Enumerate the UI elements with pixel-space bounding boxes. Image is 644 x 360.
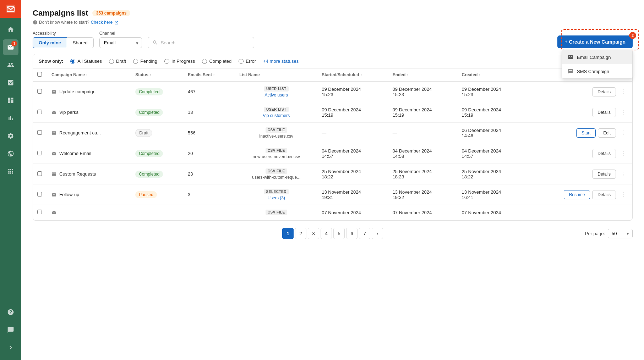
sidebar-expand-button[interactable] bbox=[3, 340, 18, 355]
sidebar-item-home[interactable] bbox=[3, 22, 18, 37]
actions-cell-wrapper: Details⋮ bbox=[526, 102, 632, 123]
created-cell: 06 December 2024 14:46 bbox=[458, 123, 527, 143]
page-btn-2[interactable]: 2 bbox=[295, 228, 306, 239]
row-checkbox[interactable] bbox=[37, 89, 42, 94]
status-completed[interactable]: Completed bbox=[202, 59, 231, 64]
table-row: CSV FILE 07 November 2024 07 November 20… bbox=[33, 205, 632, 220]
action-details-btn[interactable]: Details bbox=[592, 190, 616, 199]
page-btn-7[interactable]: 7 bbox=[359, 228, 370, 239]
per-page-area: Per page: 10 25 50 100 bbox=[585, 229, 633, 238]
page-btn-3[interactable]: 3 bbox=[308, 228, 319, 239]
action-details-btn[interactable]: Details bbox=[592, 149, 616, 158]
row-checkbox[interactable] bbox=[37, 210, 42, 214]
campaign-name-cell: Follow-up bbox=[47, 184, 131, 205]
channel-select[interactable]: Email SMS Push WhatsApp bbox=[99, 37, 142, 48]
more-actions-btn[interactable]: ⋮ bbox=[618, 87, 628, 96]
action-details-btn[interactable]: Details bbox=[592, 170, 616, 179]
status-in-progress[interactable]: In Progress bbox=[164, 59, 195, 64]
row-checkbox[interactable] bbox=[37, 171, 42, 176]
status-pending[interactable]: Pending bbox=[133, 59, 157, 64]
channel-filter: Channel Email SMS Push WhatsApp bbox=[99, 31, 142, 48]
email-icon bbox=[568, 54, 573, 60]
campaigns-table-wrapper: Show only: All Statuses Draft Pending In… bbox=[33, 54, 633, 221]
app-logo[interactable] bbox=[0, 0, 21, 18]
sidebar-item-settings[interactable] bbox=[3, 128, 18, 144]
col-status[interactable]: Status ↕ bbox=[131, 68, 184, 82]
actions-cell: Details⋮ bbox=[531, 107, 628, 117]
campaign-name-cell: Vip perks bbox=[47, 102, 131, 123]
started-cell: 09 December 2024 15:19 bbox=[317, 102, 388, 123]
status-error[interactable]: Error bbox=[239, 59, 256, 64]
email-campaign-option[interactable]: Email Campaign bbox=[562, 50, 632, 64]
sidebar-item-chat[interactable] bbox=[3, 322, 18, 338]
more-actions-btn[interactable]: ⋮ bbox=[618, 107, 628, 117]
table-row: Vip perks Completed 13 USER LISTVip cust… bbox=[33, 102, 632, 123]
more-actions-btn[interactable]: ⋮ bbox=[618, 190, 628, 199]
sidebar-item-campaigns[interactable]: 1 bbox=[3, 39, 18, 55]
list-name-cell: CSV FILEusers-with-cutom-reque... bbox=[235, 164, 317, 184]
more-actions-btn[interactable]: ⋮ bbox=[618, 149, 628, 158]
sidebar-item-help[interactable] bbox=[3, 304, 18, 320]
campaign-name-cell: Reengagement ca... bbox=[47, 123, 131, 143]
table-row: Follow-up Paused 3 SELECTEDUsers (3) 13 … bbox=[33, 184, 632, 205]
accessibility-shared[interactable]: Shared bbox=[67, 37, 94, 48]
row-checkbox[interactable] bbox=[37, 130, 42, 135]
status-all[interactable]: All Statuses bbox=[70, 59, 102, 64]
select-all-checkbox[interactable] bbox=[37, 72, 42, 77]
accessibility-buttons: Only mine Shared bbox=[33, 37, 94, 48]
col-started[interactable]: Started/Scheduled ↕ bbox=[317, 68, 388, 82]
email-type-icon bbox=[51, 151, 56, 156]
sidebar-item-tasks[interactable] bbox=[3, 75, 18, 90]
page-btn-next[interactable]: › bbox=[372, 228, 383, 239]
row-checkbox[interactable] bbox=[37, 151, 42, 155]
sidebar-item-contacts[interactable] bbox=[3, 57, 18, 73]
list-name-link[interactable]: Users (3) bbox=[268, 195, 285, 200]
more-statuses-link[interactable]: +4 more statuses bbox=[263, 59, 299, 64]
row-checkbox[interactable] bbox=[37, 110, 42, 114]
sidebar-item-users[interactable] bbox=[3, 146, 18, 161]
more-actions-btn[interactable]: ⋮ bbox=[618, 128, 628, 138]
sidebar-item-analytics[interactable] bbox=[3, 110, 18, 126]
actions-cell-wrapper: ResumeDetails⋮ bbox=[526, 184, 632, 205]
search-input[interactable] bbox=[161, 40, 250, 45]
status-draft[interactable]: Draft bbox=[109, 59, 126, 64]
help-link[interactable]: Check here bbox=[91, 20, 119, 25]
action-resume-btn[interactable]: Resume bbox=[564, 190, 590, 199]
col-list-name[interactable]: List Name bbox=[235, 68, 317, 82]
action-start-btn[interactable]: Start bbox=[576, 128, 596, 138]
campaigns-count-badge: 353 campaigns bbox=[92, 10, 130, 16]
sidebar-item-dashboard[interactable] bbox=[3, 93, 18, 108]
page-btn-1[interactable]: 1 bbox=[282, 228, 294, 239]
col-emails-sent[interactable]: Emails Sent ↕ bbox=[184, 68, 235, 82]
action-edit-btn[interactable]: Edit bbox=[598, 128, 616, 138]
table-head: Campaign Name ↕ Status ↕ Emails Sent ↕ L… bbox=[33, 68, 632, 82]
help-text: Don't know where to start? Check here bbox=[33, 20, 633, 25]
campaign-name: Vip perks bbox=[59, 110, 78, 115]
row-checkbox[interactable] bbox=[37, 192, 42, 196]
email-type-icon bbox=[51, 110, 56, 115]
col-campaign-name[interactable]: Campaign Name ↕ bbox=[47, 68, 131, 82]
page-btn-5[interactable]: 5 bbox=[333, 228, 345, 239]
col-created[interactable]: Created ↕ bbox=[458, 68, 527, 82]
status-chip: Completed bbox=[135, 171, 163, 178]
status-cell: Draft bbox=[131, 123, 184, 143]
per-page-select[interactable]: 10 25 50 100 bbox=[608, 229, 633, 238]
page-btn-4[interactable]: 4 bbox=[321, 228, 332, 239]
sidebar-item-apps[interactable] bbox=[3, 164, 18, 179]
accessibility-only-mine[interactable]: Only mine bbox=[33, 37, 67, 48]
status-chip: Draft bbox=[135, 129, 152, 137]
col-ended[interactable]: Ended ↕ bbox=[388, 68, 458, 82]
page-btn-6[interactable]: 6 bbox=[346, 228, 358, 239]
campaign-name: Custom Requests bbox=[59, 171, 96, 177]
list-name-link[interactable]: Vip customers bbox=[263, 113, 290, 118]
actions-cell-wrapper: Details⋮ bbox=[526, 164, 632, 184]
started-cell: 04 December 2024 14:57 bbox=[317, 143, 388, 164]
sms-campaign-option[interactable]: SMS Campaign bbox=[562, 64, 632, 78]
more-actions-btn[interactable]: ⋮ bbox=[618, 169, 628, 179]
action-details-btn[interactable]: Details bbox=[592, 108, 616, 117]
list-name-link[interactable]: Active users bbox=[265, 93, 288, 98]
create-campaign-button[interactable]: + Create a New Campaign 2 bbox=[557, 35, 633, 48]
actions-cell-wrapper: StartEdit⋮ bbox=[526, 123, 632, 143]
accessibility-filter: Accessibility Only mine Shared bbox=[33, 31, 94, 48]
action-details-btn[interactable]: Details bbox=[592, 87, 616, 96]
